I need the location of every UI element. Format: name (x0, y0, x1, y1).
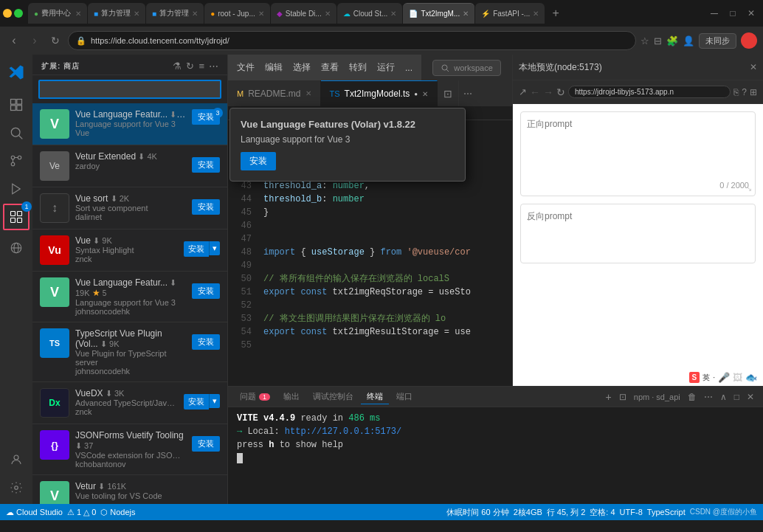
terminal-kill-button[interactable]: 🗑 (685, 392, 700, 402)
ext-item-vue[interactable]: Vu Vue ⬇ 9K Syntax Highlight znck 安装 ▾ (32, 229, 227, 272)
editor-tab-txt2img[interactable]: TS Txt2ImgModel.ts ● ✕ (321, 80, 438, 106)
terminal-tab-output[interactable]: 输出 (277, 390, 305, 404)
search-activity-icon[interactable] (3, 120, 30, 146)
status-language[interactable]: TypeScript (647, 508, 686, 517)
preview-refresh-btn[interactable]: ↻ (556, 86, 565, 98)
tab-suanli1[interactable]: ■ 算力管理 ✕ (88, 3, 145, 24)
terminal-more-button[interactable]: ⋯ (701, 392, 716, 402)
filter-icon[interactable]: ⚗ (173, 61, 182, 72)
ext-install-button-7[interactable]: 安装 (184, 394, 209, 410)
ext-install-arrow-7[interactable]: ▾ (209, 394, 220, 408)
menu-run[interactable]: 运行 (373, 55, 399, 80)
tab-close-5[interactable]: ✕ (325, 10, 331, 18)
ext-install-button-2[interactable]: 安装 (192, 157, 220, 173)
preview-back-btn[interactable]: ← (530, 86, 540, 98)
ext-install-button-5[interactable]: 安装 (192, 283, 220, 299)
ext-install-button-3[interactable]: 安装 (192, 199, 220, 215)
more-actions-icon[interactable]: ⋯ (209, 61, 218, 72)
editor-split-button[interactable]: ⊡ (438, 80, 459, 106)
tab-search-icon[interactable]: ⊟ (654, 35, 662, 46)
ext-item-vetur-extended[interactable]: Ve Vetur Extended ⬇ 4K zardoy 安装 (32, 145, 227, 187)
tab-feiyon[interactable]: ● 费用中心 ✕ (28, 3, 87, 24)
ext-install-button-8[interactable]: 安装 (192, 436, 220, 452)
terminal-expand-button[interactable]: □ (731, 392, 742, 402)
terminal-tab-debug[interactable]: 调试控制台 (307, 390, 359, 404)
ext-install-button-4[interactable]: 安装 (184, 241, 209, 257)
editor-more-tabs[interactable]: ⋯ (459, 80, 477, 106)
terminal-tab-terminal[interactable]: 终端 (361, 390, 389, 404)
ext-install-arrow-4[interactable]: ▾ (209, 241, 220, 255)
browser-minimize[interactable]: ─ (705, 4, 723, 22)
popup-install-button[interactable]: 安装 (241, 152, 276, 170)
scm-activity-icon[interactable] (3, 148, 30, 174)
menu-view[interactable]: 查看 (317, 55, 343, 80)
preview-panel-close[interactable]: ✕ (750, 62, 757, 72)
ext-item-vue-language-features-2[interactable]: V Vue Language Featur... ⬇ 19K ★ 5 Langu… (32, 272, 227, 322)
nav-forward-button[interactable]: › (27, 34, 43, 47)
tab-stable[interactable]: ◆ Stable Di... ✕ (271, 3, 336, 24)
terminal-collapse-button[interactable]: ∧ (717, 392, 730, 402)
terminal-add-button[interactable]: + (603, 391, 615, 403)
ext-install-button-6[interactable]: 安装 (192, 334, 220, 350)
extensions-activity-icon[interactable]: 1 (3, 204, 30, 230)
tab-close-6[interactable]: ✕ (390, 10, 396, 18)
browser-control-min[interactable] (3, 9, 12, 18)
settings-activity-icon[interactable] (3, 474, 30, 501)
ext-item-vue-language-features[interactable]: V Vue Language Featur... ⬇ 3 ★ 5 Languag… (32, 103, 227, 145)
account-activity-icon[interactable] (3, 446, 30, 473)
nav-refresh-button[interactable]: ↻ (47, 35, 63, 46)
positive-prompt-input[interactable] (527, 118, 749, 177)
terminal-body[interactable]: VITE v4.4.9 ready in 486 ms → Local: htt… (228, 407, 763, 504)
preview-open-external-icon[interactable]: ↗ (519, 86, 527, 97)
remote-activity-icon[interactable] (3, 235, 30, 261)
debug-activity-icon[interactable] (3, 176, 30, 202)
tab-txt2img[interactable]: 📄 Txt2ImgM... ✕ (403, 3, 474, 24)
ext-item-vue-sort[interactable]: ↕ Vue sort ⬇ 2K Sort vue component dalir… (32, 187, 227, 229)
refresh-icon[interactable]: ↻ (186, 61, 194, 72)
browser-control-max[interactable] (14, 9, 23, 18)
preview-url-bar[interactable]: https://jdrojd-tibyjs-5173.app.n (568, 86, 731, 98)
tab-suanli2[interactable]: ■ 算力管理 ✕ (146, 3, 204, 24)
ext-item-jsonforms[interactable]: {} JSONForms Vuetify Tooling ⬇ 37 VSCode… (32, 424, 227, 475)
address-url[interactable]: https://ide.cloud.tencent.com/tty/jdrojd… (91, 36, 628, 45)
tab-close-1[interactable]: ✕ (75, 10, 81, 18)
menu-select[interactable]: 选择 (289, 55, 315, 80)
tab-close-readme[interactable]: ✕ (305, 89, 311, 97)
account-toolbar-icon[interactable]: 👤 (683, 35, 694, 46)
status-warnings[interactable]: ⚠ 1 △ 0 (67, 508, 96, 517)
menu-file[interactable]: 文件 (232, 55, 259, 80)
preview-help-icon[interactable]: ? (742, 87, 747, 97)
ext-item-vetur[interactable]: V Vetur ⬇ 161K Vue tooling for VS Code (32, 475, 227, 504)
tab-fastapi[interactable]: ⚡ FastAPI -... ✕ (475, 3, 545, 24)
status-encoding[interactable]: UTF-8 (620, 508, 643, 517)
preview-copy-icon[interactable]: ⎘ (733, 87, 739, 97)
workspace-search-input[interactable]: workspace (432, 60, 501, 76)
new-tab-button[interactable]: + (545, 3, 566, 24)
status-spaces[interactable]: 空格: 4 (590, 507, 615, 518)
tab-close-2[interactable]: ✕ (134, 10, 139, 18)
terminal-tab-problems[interactable]: 问题 1 (234, 390, 276, 404)
tab-cloud-studio[interactable]: ☁ Cloud St... ✕ (337, 3, 403, 24)
tab-close-3[interactable]: ✕ (192, 10, 198, 18)
status-resources[interactable]: 2核4GB (514, 507, 542, 518)
extension-search-input[interactable]: vue (38, 80, 221, 99)
ext-item-ts-vue-plugin[interactable]: TS TypeScript Vue Plugin (Vol... ⬇ 9K Vu… (32, 322, 227, 382)
explorer-activity-icon[interactable] (3, 91, 30, 118)
terminal-close-button[interactable]: ✕ (744, 392, 757, 402)
browser-close[interactable]: ✕ (742, 4, 760, 22)
menu-edit[interactable]: 编辑 (260, 55, 287, 80)
tab-close-7[interactable]: ✕ (463, 10, 469, 18)
user-avatar[interactable] (741, 32, 757, 49)
menu-more[interactable]: ... (401, 55, 417, 80)
tab-close-txt2img[interactable]: ✕ (422, 90, 428, 98)
status-nodejs[interactable]: ⬡ Nodejs (100, 508, 135, 517)
resize-handle[interactable]: ↘ (746, 184, 752, 193)
status-idle-time[interactable]: 休眠时间 60 分钟 (446, 507, 508, 518)
terminal-tab-ports[interactable]: 端口 (390, 390, 418, 404)
nav-back-button[interactable]: ‹ (6, 34, 22, 47)
preview-settings-icon[interactable]: ⊞ (750, 87, 757, 97)
menu-goto[interactable]: 转到 (345, 55, 371, 80)
preview-forward-btn[interactable]: → (543, 86, 553, 98)
editor-tab-readme[interactable]: M README.md ✕ (228, 80, 321, 106)
ext-item-vuedx[interactable]: Dx VueDX ⬇ 3K Advanced TypeScript/JavaSc… (32, 382, 227, 424)
